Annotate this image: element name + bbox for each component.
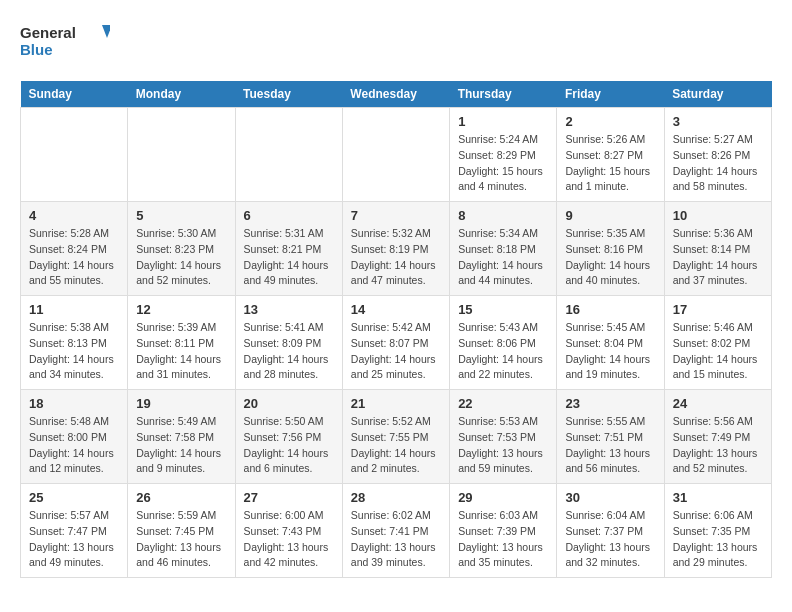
day-info: Sunrise: 5:46 AMSunset: 8:02 PMDaylight:…	[673, 320, 763, 383]
calendar-cell: 25Sunrise: 5:57 AMSunset: 7:47 PMDayligh…	[21, 484, 128, 578]
day-number: 23	[565, 396, 655, 411]
svg-marker-2	[102, 25, 110, 38]
day-info: Sunrise: 5:59 AMSunset: 7:45 PMDaylight:…	[136, 508, 226, 571]
calendar-cell: 7Sunrise: 5:32 AMSunset: 8:19 PMDaylight…	[342, 202, 449, 296]
day-number: 24	[673, 396, 763, 411]
day-info: Sunrise: 5:42 AMSunset: 8:07 PMDaylight:…	[351, 320, 441, 383]
day-number: 4	[29, 208, 119, 223]
day-number: 16	[565, 302, 655, 317]
calendar-cell: 10Sunrise: 5:36 AMSunset: 8:14 PMDayligh…	[664, 202, 771, 296]
day-info: Sunrise: 5:53 AMSunset: 7:53 PMDaylight:…	[458, 414, 548, 477]
day-number: 6	[244, 208, 334, 223]
day-number: 12	[136, 302, 226, 317]
calendar-cell: 13Sunrise: 5:41 AMSunset: 8:09 PMDayligh…	[235, 296, 342, 390]
day-number: 19	[136, 396, 226, 411]
calendar-cell: 26Sunrise: 5:59 AMSunset: 7:45 PMDayligh…	[128, 484, 235, 578]
calendar-cell: 22Sunrise: 5:53 AMSunset: 7:53 PMDayligh…	[450, 390, 557, 484]
calendar-cell: 12Sunrise: 5:39 AMSunset: 8:11 PMDayligh…	[128, 296, 235, 390]
calendar-cell	[342, 108, 449, 202]
day-info: Sunrise: 6:06 AMSunset: 7:35 PMDaylight:…	[673, 508, 763, 571]
calendar-cell: 27Sunrise: 6:00 AMSunset: 7:43 PMDayligh…	[235, 484, 342, 578]
day-number: 22	[458, 396, 548, 411]
day-info: Sunrise: 5:43 AMSunset: 8:06 PMDaylight:…	[458, 320, 548, 383]
calendar-cell: 23Sunrise: 5:55 AMSunset: 7:51 PMDayligh…	[557, 390, 664, 484]
day-number: 20	[244, 396, 334, 411]
day-number: 17	[673, 302, 763, 317]
weekday-header-thursday: Thursday	[450, 81, 557, 108]
calendar-cell: 17Sunrise: 5:46 AMSunset: 8:02 PMDayligh…	[664, 296, 771, 390]
logo: General Blue	[20, 20, 110, 65]
calendar-cell: 20Sunrise: 5:50 AMSunset: 7:56 PMDayligh…	[235, 390, 342, 484]
day-number: 30	[565, 490, 655, 505]
calendar-cell: 15Sunrise: 5:43 AMSunset: 8:06 PMDayligh…	[450, 296, 557, 390]
weekday-header-wednesday: Wednesday	[342, 81, 449, 108]
calendar-cell: 14Sunrise: 5:42 AMSunset: 8:07 PMDayligh…	[342, 296, 449, 390]
day-info: Sunrise: 5:45 AMSunset: 8:04 PMDaylight:…	[565, 320, 655, 383]
day-info: Sunrise: 5:50 AMSunset: 7:56 PMDaylight:…	[244, 414, 334, 477]
day-number: 28	[351, 490, 441, 505]
day-number: 31	[673, 490, 763, 505]
day-info: Sunrise: 5:24 AMSunset: 8:29 PMDaylight:…	[458, 132, 548, 195]
page-header: General Blue	[20, 20, 772, 65]
day-number: 10	[673, 208, 763, 223]
day-info: Sunrise: 5:30 AMSunset: 8:23 PMDaylight:…	[136, 226, 226, 289]
day-number: 18	[29, 396, 119, 411]
day-info: Sunrise: 5:36 AMSunset: 8:14 PMDaylight:…	[673, 226, 763, 289]
calendar-cell	[235, 108, 342, 202]
weekday-header-saturday: Saturday	[664, 81, 771, 108]
weekday-header-sunday: Sunday	[21, 81, 128, 108]
calendar-cell: 29Sunrise: 6:03 AMSunset: 7:39 PMDayligh…	[450, 484, 557, 578]
day-info: Sunrise: 5:56 AMSunset: 7:49 PMDaylight:…	[673, 414, 763, 477]
day-info: Sunrise: 5:28 AMSunset: 8:24 PMDaylight:…	[29, 226, 119, 289]
day-info: Sunrise: 6:00 AMSunset: 7:43 PMDaylight:…	[244, 508, 334, 571]
day-info: Sunrise: 5:27 AMSunset: 8:26 PMDaylight:…	[673, 132, 763, 195]
day-info: Sunrise: 5:34 AMSunset: 8:18 PMDaylight:…	[458, 226, 548, 289]
calendar-cell: 9Sunrise: 5:35 AMSunset: 8:16 PMDaylight…	[557, 202, 664, 296]
day-number: 29	[458, 490, 548, 505]
day-info: Sunrise: 5:26 AMSunset: 8:27 PMDaylight:…	[565, 132, 655, 195]
day-number: 26	[136, 490, 226, 505]
calendar-cell: 2Sunrise: 5:26 AMSunset: 8:27 PMDaylight…	[557, 108, 664, 202]
logo-svg: General Blue	[20, 20, 110, 65]
calendar-cell	[21, 108, 128, 202]
calendar-cell: 8Sunrise: 5:34 AMSunset: 8:18 PMDaylight…	[450, 202, 557, 296]
calendar-cell: 24Sunrise: 5:56 AMSunset: 7:49 PMDayligh…	[664, 390, 771, 484]
day-info: Sunrise: 5:57 AMSunset: 7:47 PMDaylight:…	[29, 508, 119, 571]
day-info: Sunrise: 6:02 AMSunset: 7:41 PMDaylight:…	[351, 508, 441, 571]
calendar-cell: 16Sunrise: 5:45 AMSunset: 8:04 PMDayligh…	[557, 296, 664, 390]
day-info: Sunrise: 5:41 AMSunset: 8:09 PMDaylight:…	[244, 320, 334, 383]
day-number: 5	[136, 208, 226, 223]
day-number: 2	[565, 114, 655, 129]
calendar-cell: 4Sunrise: 5:28 AMSunset: 8:24 PMDaylight…	[21, 202, 128, 296]
day-number: 9	[565, 208, 655, 223]
calendar-cell	[128, 108, 235, 202]
calendar-cell: 3Sunrise: 5:27 AMSunset: 8:26 PMDaylight…	[664, 108, 771, 202]
day-info: Sunrise: 5:39 AMSunset: 8:11 PMDaylight:…	[136, 320, 226, 383]
calendar-cell: 21Sunrise: 5:52 AMSunset: 7:55 PMDayligh…	[342, 390, 449, 484]
day-info: Sunrise: 5:49 AMSunset: 7:58 PMDaylight:…	[136, 414, 226, 477]
day-info: Sunrise: 5:32 AMSunset: 8:19 PMDaylight:…	[351, 226, 441, 289]
day-number: 14	[351, 302, 441, 317]
day-number: 15	[458, 302, 548, 317]
day-number: 25	[29, 490, 119, 505]
day-number: 13	[244, 302, 334, 317]
day-info: Sunrise: 5:52 AMSunset: 7:55 PMDaylight:…	[351, 414, 441, 477]
day-number: 27	[244, 490, 334, 505]
day-number: 7	[351, 208, 441, 223]
calendar-cell: 6Sunrise: 5:31 AMSunset: 8:21 PMDaylight…	[235, 202, 342, 296]
calendar-cell: 1Sunrise: 5:24 AMSunset: 8:29 PMDaylight…	[450, 108, 557, 202]
day-number: 21	[351, 396, 441, 411]
svg-text:Blue: Blue	[20, 41, 53, 58]
calendar-table: SundayMondayTuesdayWednesdayThursdayFrid…	[20, 81, 772, 578]
calendar-cell: 5Sunrise: 5:30 AMSunset: 8:23 PMDaylight…	[128, 202, 235, 296]
calendar-cell: 28Sunrise: 6:02 AMSunset: 7:41 PMDayligh…	[342, 484, 449, 578]
day-number: 8	[458, 208, 548, 223]
calendar-cell: 19Sunrise: 5:49 AMSunset: 7:58 PMDayligh…	[128, 390, 235, 484]
day-info: Sunrise: 5:38 AMSunset: 8:13 PMDaylight:…	[29, 320, 119, 383]
day-number: 1	[458, 114, 548, 129]
day-info: Sunrise: 5:31 AMSunset: 8:21 PMDaylight:…	[244, 226, 334, 289]
calendar-cell: 11Sunrise: 5:38 AMSunset: 8:13 PMDayligh…	[21, 296, 128, 390]
calendar-cell: 30Sunrise: 6:04 AMSunset: 7:37 PMDayligh…	[557, 484, 664, 578]
weekday-header-friday: Friday	[557, 81, 664, 108]
svg-text:General: General	[20, 24, 76, 41]
